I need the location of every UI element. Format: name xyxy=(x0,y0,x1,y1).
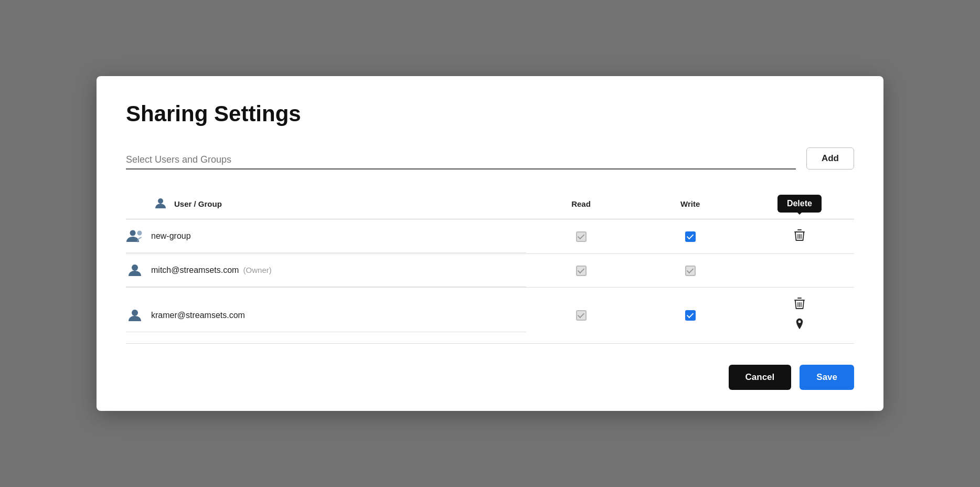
svg-point-15 xyxy=(798,321,801,323)
svg-rect-4 xyxy=(797,229,802,230)
write-checkbox[interactable] xyxy=(685,310,696,321)
table-row: mitch@streamsets.com (Owner) xyxy=(126,254,854,288)
col-header-user-group: User / Group xyxy=(126,188,526,219)
modal-title: Sharing Settings xyxy=(126,101,854,126)
write-cell xyxy=(636,219,745,254)
svg-point-1 xyxy=(130,230,136,236)
user-name: new-group xyxy=(151,231,191,241)
table-row: new-group xyxy=(126,219,854,254)
search-input-wrap xyxy=(126,154,796,170)
col-header-delete: Delete xyxy=(745,188,854,219)
add-button[interactable]: Add xyxy=(806,147,854,170)
write-checkbox[interactable] xyxy=(685,231,696,242)
delete-tooltip: Delete xyxy=(777,195,822,213)
user-icon xyxy=(126,263,144,277)
user-icon xyxy=(126,309,144,322)
cancel-button[interactable]: Cancel xyxy=(729,365,792,390)
read-cell xyxy=(526,254,635,288)
read-checkbox[interactable] xyxy=(576,310,587,321)
svg-rect-3 xyxy=(794,231,805,232)
user-cell: kramer@streamsets.com xyxy=(126,299,526,332)
modal-footer: Cancel Save xyxy=(126,365,854,390)
write-checkbox[interactable] xyxy=(685,266,696,276)
user-name: mitch@streamsets.com (Owner) xyxy=(151,266,272,275)
read-checkbox[interactable] xyxy=(576,266,587,276)
action-cell xyxy=(745,254,854,288)
col-header-read: Read xyxy=(526,188,635,219)
users-table: User / Group Read Write Delete new-group xyxy=(126,188,854,344)
read-checkbox[interactable] xyxy=(576,231,587,242)
action-cell xyxy=(745,288,854,344)
read-cell xyxy=(526,288,635,344)
action-cell xyxy=(745,219,854,254)
write-cell xyxy=(636,288,745,344)
svg-point-2 xyxy=(137,231,142,236)
svg-point-8 xyxy=(132,264,138,271)
col-header-write: Write xyxy=(636,188,745,219)
owner-tag: (Owner) xyxy=(241,266,271,274)
search-input[interactable] xyxy=(126,154,796,165)
search-row: Add xyxy=(126,147,854,170)
svg-point-9 xyxy=(132,310,138,316)
group-icon xyxy=(126,229,144,243)
user-cell: mitch@streamsets.com (Owner) xyxy=(126,254,526,287)
svg-point-0 xyxy=(158,198,163,204)
delete-icon[interactable] xyxy=(794,297,805,312)
user-group-header-icon xyxy=(155,198,169,209)
delete-icon[interactable] xyxy=(794,229,805,244)
sharing-settings-modal: Sharing Settings Add User / Group xyxy=(97,76,883,411)
save-button[interactable]: Save xyxy=(800,365,854,390)
pin-icon[interactable] xyxy=(794,317,805,334)
svg-rect-11 xyxy=(797,298,802,299)
write-cell xyxy=(636,254,745,288)
user-cell: new-group xyxy=(126,220,526,253)
user-name: kramer@streamsets.com xyxy=(151,311,245,320)
modal-overlay: Sharing Settings Add User / Group xyxy=(0,0,980,487)
table-row: kramer@streamsets.com xyxy=(126,288,854,344)
svg-rect-10 xyxy=(794,300,805,301)
read-cell xyxy=(526,219,635,254)
